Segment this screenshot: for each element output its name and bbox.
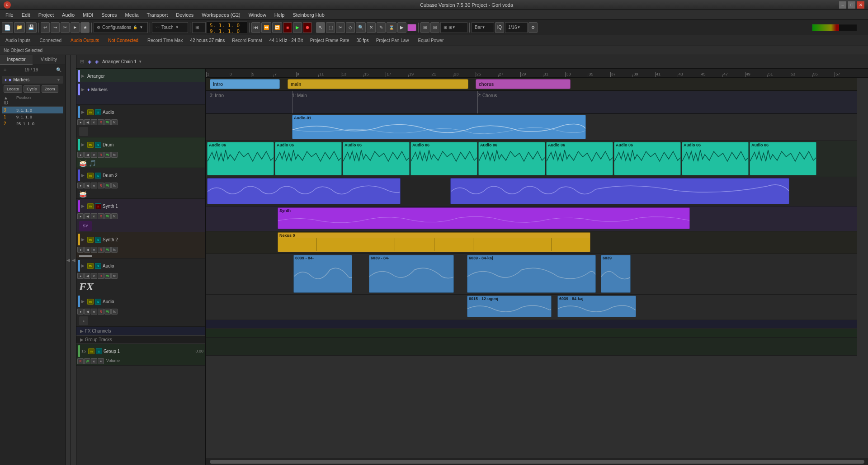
- markers-expand-arrow[interactable]: ▶: [81, 87, 86, 92]
- menu-devices[interactable]: Devices: [172, 11, 197, 19]
- synth2-eq-btn[interactable]: e: [91, 247, 97, 253]
- audio3-prev-btn[interactable]: ◀: [84, 309, 90, 315]
- drum2-fx-btn[interactable]: fx: [111, 183, 118, 188]
- minimize-button[interactable]: –: [839, 1, 846, 9]
- audio1-fx-btn[interactable]: fx: [111, 119, 118, 125]
- zoom-tool-btn[interactable]: 🔍: [356, 22, 366, 33]
- drum1-clip-6[interactable]: Audio 06: [546, 142, 613, 175]
- drum1-track-header[interactable]: ▶ m s Drum: [76, 137, 205, 152]
- zoom-button[interactable]: Zoom: [42, 85, 58, 93]
- drum2-read-btn[interactable]: ●: [77, 183, 84, 188]
- toolbar-arrow-btn[interactable]: ▶: [71, 22, 80, 33]
- toolbar-scissors-btn[interactable]: ✂: [61, 22, 70, 33]
- synth2-prev-btn[interactable]: ◀: [84, 247, 90, 253]
- snap-display[interactable]: ⊞ ⊞▼: [440, 22, 467, 33]
- synth2-mute-btn[interactable]: m: [87, 237, 94, 243]
- menu-project[interactable]: Project: [35, 11, 57, 19]
- toolbar-open-btn[interactable]: 📁: [14, 22, 25, 33]
- h-scroll-thumb[interactable]: [210, 460, 864, 464]
- synth1-r-btn[interactable]: R: [98, 213, 104, 219]
- inspector-collapse-arrow[interactable]: ◀: [66, 55, 71, 465]
- audio2-expand[interactable]: ▶: [81, 263, 86, 268]
- drum1-prev-btn[interactable]: ◀: [84, 152, 90, 158]
- synth1-clip-1[interactable]: Synth: [278, 207, 690, 229]
- audio1-r-btn[interactable]: R: [98, 119, 104, 125]
- drum2-clip-1[interactable]: [207, 178, 401, 204]
- mute-tool-btn[interactable]: ✕: [367, 22, 376, 33]
- audio2-fx-btn[interactable]: fx: [111, 273, 118, 279]
- audio2-track-header[interactable]: ▶ m s Audio: [76, 258, 205, 273]
- drum1-mute-btn[interactable]: m: [87, 142, 94, 148]
- group1-track-header[interactable]: 15 m s Group 1 0.00: [76, 344, 205, 358]
- drum2-mute-btn[interactable]: m: [87, 173, 94, 178]
- drum1-expand[interactable]: ▶: [81, 142, 86, 147]
- markers-section-header[interactable]: ♦ ■ Markers ▼: [2, 76, 63, 84]
- audio1-w-btn[interactable]: W: [104, 119, 111, 125]
- tab-visibility[interactable]: Visibility: [33, 55, 65, 65]
- grid-btn[interactable]: ⊟: [430, 22, 439, 33]
- drum2-solo-btn[interactable]: s: [95, 173, 101, 178]
- audio1-mute-btn[interactable]: m: [87, 109, 94, 115]
- marker-row-2[interactable]: 2 25. 1. 1. 0: [2, 120, 63, 127]
- toolbar-new-btn[interactable]: 📄: [2, 22, 13, 33]
- menu-midi[interactable]: MIDI: [79, 11, 97, 19]
- audio2-eq-btn[interactable]: e: [91, 273, 97, 279]
- audio1-clip-1[interactable]: Audio-01: [292, 115, 586, 139]
- fx-channels-header[interactable]: ▶ FX Channels: [76, 327, 205, 335]
- quantize-display[interactable]: 1/16▼: [505, 22, 528, 33]
- audio3-w-btn[interactable]: W: [104, 309, 111, 315]
- play-tool-btn[interactable]: ▶: [397, 22, 406, 33]
- markers-track-header[interactable]: ▶ ♦ Markers: [76, 82, 205, 97]
- search-inspector-btn[interactable]: 🔍: [56, 67, 61, 72]
- touch-display[interactable]: 〰 Touch ▼: [152, 22, 188, 33]
- group1-mute-btn[interactable]: m: [88, 348, 94, 354]
- synth1-eq-btn[interactable]: e: [91, 213, 97, 219]
- audio3-mute-btn[interactable]: m: [87, 299, 94, 305]
- marker-row-1[interactable]: 1 9. 1. 1. 0: [2, 113, 63, 120]
- synth1-solo-btn[interactable]: s: [95, 203, 101, 209]
- locate-button[interactable]: Locate: [4, 85, 22, 93]
- audio-outputs-item[interactable]: Audio Outputs: [69, 37, 101, 44]
- audio2-clip-2[interactable]: 6039 - 84-: [369, 255, 454, 293]
- audio2-clip-4[interactable]: 6039: [601, 255, 631, 293]
- drum1-read-btn[interactable]: ●: [77, 152, 84, 158]
- audio3-track-header[interactable]: ▶ m s Audio: [76, 294, 205, 309]
- menu-help[interactable]: Help: [271, 11, 288, 19]
- audio1-expand[interactable]: ▶: [81, 110, 86, 114]
- synth2-r-btn[interactable]: R: [98, 247, 104, 253]
- draw-tool-btn[interactable]: ✎: [377, 22, 386, 33]
- synth2-read-btn[interactable]: ●: [77, 247, 84, 253]
- menu-window[interactable]: Window: [245, 11, 270, 19]
- menu-workspaces[interactable]: Workspaces (G2): [198, 11, 244, 19]
- audio1-track-header[interactable]: ▶ m s Audio: [76, 105, 205, 119]
- drum2-clip-2[interactable]: [450, 178, 789, 204]
- audio2-read-btn[interactable]: ●: [77, 273, 84, 279]
- quantize-settings-btn[interactable]: ⚙: [528, 22, 538, 33]
- connected-item[interactable]: Connected: [38, 37, 63, 44]
- group1-solo-btn[interactable]: s: [96, 348, 102, 354]
- marker-row-3[interactable]: 3 3. 1. 1. 0: [2, 107, 63, 113]
- drum2-expand[interactable]: ▶: [81, 173, 86, 178]
- drum1-clip-8[interactable]: Audio 06: [682, 142, 749, 175]
- synth1-expand[interactable]: ▶: [81, 204, 86, 208]
- arranger-bar-intro[interactable]: intro: [210, 79, 280, 89]
- synth2-track-header[interactable]: ▶ m s Synth 2: [76, 232, 205, 247]
- arranger-bar-main[interactable]: main: [288, 79, 468, 89]
- close-button[interactable]: ✕: [857, 1, 864, 9]
- audio1-eq-btn[interactable]: e: [91, 119, 97, 125]
- track-list-collapse-arrow[interactable]: ◀: [71, 55, 76, 465]
- equal-power-item[interactable]: Equal Power: [416, 37, 446, 44]
- audio3-read-btn[interactable]: ●: [77, 309, 84, 315]
- drum1-eq-btn[interactable]: e: [91, 152, 97, 158]
- audio1-prev-btn[interactable]: ◀: [84, 119, 90, 125]
- split-tool-btn[interactable]: ✂: [336, 22, 345, 33]
- drum1-solo-btn[interactable]: s: [95, 142, 101, 148]
- synth1-track-header[interactable]: ▶ m s Synth 1: [76, 199, 205, 213]
- drum1-w-btn[interactable]: W: [104, 152, 111, 158]
- tab-inspector[interactable]: Inspector: [0, 55, 33, 65]
- drum1-clip-2[interactable]: Audio 06: [275, 142, 342, 175]
- toolbar-redo-btn[interactable]: ↪: [51, 22, 60, 33]
- stop-btn[interactable]: ■: [283, 22, 292, 33]
- audio1-solo-btn[interactable]: s: [95, 109, 101, 115]
- synth2-fx-btn[interactable]: fx: [111, 247, 118, 253]
